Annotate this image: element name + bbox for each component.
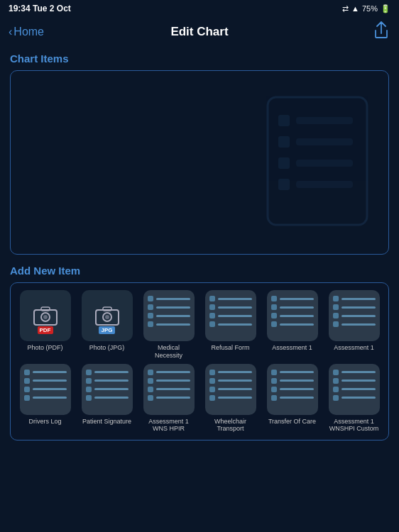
doc-row-1 [86,378,129,384]
doc-line [280,371,314,373]
svg-rect-11 [41,307,50,311]
grid-item-photo-jpg[interactable]: JPGPhoto (JPG) [78,290,136,360]
patient-signature-icon [82,364,133,415]
items-grid: PDFPhoto (PDF) JPGPhoto (JPG)Medical Nec… [16,290,383,433]
doc-line [156,397,190,399]
grid-item-drivers-log[interactable]: Drivers Log [16,364,74,433]
add-new-title: Add New Item [10,265,389,277]
doc-line [33,388,67,390]
grid-item-patient-signature[interactable]: Patient Signature [78,364,136,433]
svg-point-12 [43,315,48,319]
assessment-wns-hpir-icon [143,364,195,415]
grid-item-transfer-of-care[interactable]: Transfer Of Care [263,364,321,433]
doc-row-0 [86,370,129,375]
svg-rect-1 [278,115,290,126]
doc-checkbox [148,378,153,384]
doc-row-2 [148,313,190,318]
photo-jpg-badge: JPG [99,326,114,334]
grid-item-assessment-1a[interactable]: Assessment 1 [263,290,321,360]
doc-row-1 [148,304,190,310]
grid-item-assessment-wns-hpir[interactable]: Assessment 1 WNS HPIR [140,364,197,433]
svg-rect-4 [278,179,290,190]
doc-row-2 [86,387,129,392]
status-bar: 19:34 Tue 2 Oct ⇄ ▲ 75% 🔋 [0,0,399,17]
doc-checkbox [271,313,277,318]
patient-signature-doc [82,364,133,415]
doc-line [341,298,376,300]
svg-rect-6 [296,138,353,145]
doc-line [218,388,252,390]
doc-row-1 [24,378,67,384]
grid-item-refusal-form[interactable]: Refusal Form [202,290,259,360]
doc-row-0 [271,296,314,301]
doc-line [156,315,190,317]
doc-line [341,379,376,382]
bg-decoration [261,90,374,235]
doc-checkbox [148,321,153,327]
doc-checkbox [333,395,339,401]
doc-line [280,388,314,390]
grid-item-assessment-wnshpi-custom[interactable]: Assessment 1 WNSHPI Custom [325,364,383,433]
doc-checkbox [209,395,215,401]
svg-point-16 [105,315,109,319]
refusal-form-label: Refusal Form [211,344,249,352]
assessment-1a-doc [267,290,318,341]
battery-icon: 🔋 [381,4,390,13]
medical-necessity-doc [143,290,195,341]
doc-line [341,388,376,390]
doc-checkbox [86,387,92,392]
doc-checkbox [271,321,277,327]
assessment-1a-icon [267,290,318,341]
doc-row-0 [333,370,376,375]
doc-row-3 [209,321,252,327]
doc-checkbox [86,370,92,375]
doc-row-2 [148,387,190,392]
doc-row-2 [271,387,314,392]
wheelchair-transport-icon [205,364,256,415]
doc-line [341,306,376,309]
doc-checkbox [333,370,339,375]
doc-line [156,371,190,373]
doc-line [218,379,252,382]
doc-line [94,371,129,373]
doc-checkbox [333,304,339,310]
doc-line [218,298,252,300]
assessment-1b-icon [329,290,380,341]
doc-line [280,298,314,300]
doc-checkbox [86,395,92,401]
doc-line [156,306,190,309]
medical-necessity-label: Medical Necessity [143,344,195,360]
grid-item-medical-necessity[interactable]: Medical Necessity [140,290,197,360]
doc-line [156,298,190,300]
doc-row-1 [271,304,314,310]
share-button[interactable] [373,21,389,43]
doc-line [341,315,376,317]
doc-checkbox [148,313,153,318]
doc-line [218,397,252,399]
transfer-of-care-icon [267,364,318,415]
grid-item-photo-pdf[interactable]: PDFPhoto (PDF) [16,290,74,360]
grid-item-wheelchair-transport[interactable]: Wheelchair Transport [202,364,259,433]
photo-pdf-camera-svg [33,306,58,326]
doc-checkbox [209,296,215,301]
transfer-of-care-label: Transfer Of Care [268,418,316,426]
photo-pdf-badge: PDF [38,326,53,334]
doc-row-0 [148,296,190,301]
assessment-1b-doc [329,290,380,341]
doc-row-2 [209,387,252,392]
chart-items-title: Chart Items [10,52,389,65]
doc-row-2 [333,387,376,392]
page-title: Edit Chart [170,25,228,39]
doc-line [218,315,252,317]
doc-line [33,397,67,399]
svg-rect-15 [103,307,111,311]
doc-checkbox [333,313,339,318]
doc-row-3 [333,395,376,401]
doc-checkbox [271,387,277,392]
doc-checkbox [148,296,153,301]
grid-item-assessment-1b[interactable]: Assessment 1 [325,290,383,360]
svg-rect-5 [296,117,353,124]
wifi-icon: ⇄ [342,4,349,13]
svg-rect-7 [296,160,353,167]
back-button[interactable]: ‹ Home [9,26,44,38]
